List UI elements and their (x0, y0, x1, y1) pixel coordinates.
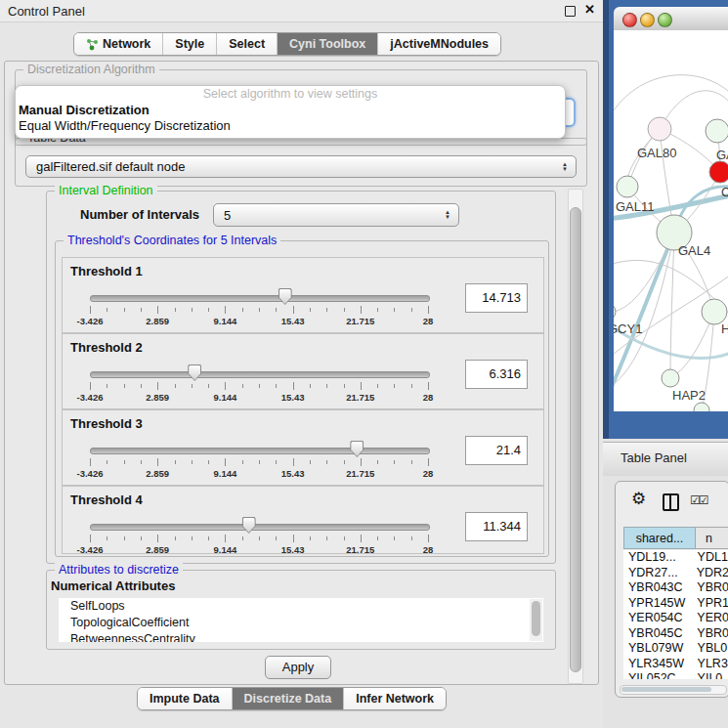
table-data-group: Table Data galFiltered.sif default node … (15, 138, 587, 187)
cell[interactable]: YBL079W (623, 641, 698, 657)
node-label-partial: GA (716, 148, 728, 162)
control-panel-titlebar: Control Panel ✕ (0, 0, 603, 22)
option-manual-discretization[interactable]: Manual Discretization (16, 103, 565, 118)
table-row[interactable]: YIL052CYIL0 (623, 671, 728, 679)
cell[interactable]: YDR2 (697, 566, 728, 581)
table-row[interactable]: YDL19...YDL1 (623, 550, 728, 566)
minimize-traffic-light[interactable] (640, 13, 655, 27)
select-columns-checkboxes-icon[interactable]: ☑☑ (690, 493, 707, 507)
attributes-list-scrollbar-thumb[interactable] (532, 601, 540, 636)
list-item[interactable]: TopologicalCoefficient (59, 615, 543, 631)
option-equal-width-frequency[interactable]: Equal Width/Frequency Discretization (16, 118, 565, 134)
table-row[interactable]: YBR043CYBR0 (623, 580, 728, 596)
network-edge[interactable] (670, 233, 674, 378)
table-data-combobox[interactable]: galFiltered.sif default node ▲▼ (25, 155, 577, 178)
table-row[interactable]: YER054CYER0 (623, 611, 728, 626)
cell[interactable]: YBR0 (697, 580, 728, 596)
cell[interactable]: YBL0 (698, 641, 728, 657)
table-row[interactable]: YBL079WYBL0 (623, 641, 728, 657)
list-item[interactable]: SelfLoops (59, 598, 543, 615)
number-of-intervals-combobox[interactable]: 5 ▲▼ (213, 203, 459, 227)
column-header-name[interactable]: n (696, 527, 728, 549)
tab-style[interactable]: Style (163, 33, 217, 55)
algorithm-dropdown-popup: Select algorithm to view settings Manual… (15, 85, 566, 139)
list-item[interactable]: BetweennessCentrality (59, 631, 543, 642)
number-of-intervals-value: 5 (224, 208, 231, 223)
attributes-list-scrollbar[interactable] (530, 599, 542, 641)
apply-button[interactable]: Apply (265, 656, 331, 679)
tab-impute-data[interactable]: Impute Data (138, 688, 233, 709)
zoom-traffic-light[interactable] (658, 13, 672, 27)
slider-thumb[interactable] (188, 364, 201, 381)
table-row[interactable]: YBR045CYBR0 (623, 626, 728, 642)
tab-infer-network[interactable]: Infer Network (344, 688, 446, 709)
cell[interactable]: YIL0 (698, 671, 728, 679)
cell[interactable]: YBR0 (697, 626, 728, 642)
gear-icon[interactable]: ⚙ (631, 489, 646, 509)
table-horizontal-scrollbar[interactable] (620, 685, 727, 695)
slider-ticks (90, 382, 428, 391)
network-window-titlebar[interactable] (614, 7, 728, 31)
cell[interactable]: YLR345W (623, 657, 698, 672)
cell[interactable]: YIL052C (623, 671, 698, 679)
threshold-2-value-field[interactable]: 6.316 (465, 360, 528, 389)
threshold-4-value-field[interactable]: 11.344 (465, 512, 528, 541)
network-node-gcy1[interactable] (614, 303, 616, 321)
table-row[interactable]: YDR27...YDR2 (623, 566, 728, 581)
table-row[interactable]: YLR345WYLR3 (623, 657, 728, 672)
cell[interactable]: YDR27... (623, 566, 697, 581)
close-traffic-light[interactable] (622, 13, 637, 27)
settings-vertical-scrollbar-thumb[interactable] (570, 207, 581, 672)
slider-tick-labels: -3.4262.8599.14415.4321.71528 (90, 316, 428, 326)
cell[interactable]: YPR1 (697, 596, 728, 612)
threshold-1-value-field[interactable]: 14.713 (465, 283, 528, 313)
slider-thumb[interactable] (242, 517, 256, 534)
cell[interactable]: YLR3 (698, 657, 728, 672)
numerical-attributes-list[interactable]: SelfLoops TopologicalCoefficient Between… (59, 598, 543, 642)
network-node-gal11[interactable] (617, 176, 638, 197)
network-node[interactable] (694, 403, 709, 411)
network-edge[interactable] (614, 75, 728, 110)
threshold-4-slider[interactable]: -3.4262.8599.14415.4321.71528 (90, 520, 428, 553)
slider-thumb[interactable] (350, 441, 364, 457)
column-header-shared[interactable]: shared... (623, 527, 696, 549)
float-window-icon[interactable] (565, 6, 576, 17)
table-row[interactable]: YPR145WYPR1 (623, 596, 728, 612)
algorithm-prompt-option[interactable]: Select algorithm to view settings (16, 86, 565, 103)
network-node-selected-red[interactable] (709, 161, 728, 183)
threshold-3-slider[interactable]: -3.4262.8599.14415.4321.71528 (90, 444, 428, 477)
cell[interactable]: YDL1 (698, 550, 728, 566)
threshold-1-slider[interactable]: -3.4262.8599.14415.4321.71528 (90, 291, 428, 324)
tab-jactivemnodules[interactable]: jActiveMNodules (378, 33, 500, 55)
cell[interactable]: YPR145W (623, 596, 697, 612)
slider-track[interactable] (90, 371, 430, 378)
slider-track[interactable] (90, 295, 430, 302)
threshold-3-value-field[interactable]: 21.4 (465, 436, 528, 465)
bottom-tab-strip: Impute Data Discretize Data Infer Networ… (137, 687, 447, 710)
network-window-frame (603, 0, 609, 439)
interval-definition-title: Interval Definition (55, 184, 157, 197)
threshold-4-panel: Threshold 4 -3.4262.8599.14415.4321.7152… (62, 486, 544, 554)
threshold-2-slider[interactable]: -3.4262.8599.14415.4321.71528 (90, 367, 428, 401)
network-node-hap2[interactable] (662, 369, 679, 387)
tab-discretize-data[interactable]: Discretize Data (233, 688, 345, 709)
tab-select[interactable]: Select (217, 33, 278, 55)
tab-network[interactable]: Network (74, 33, 163, 55)
table-panel-titlebar: Table Panel (603, 442, 728, 477)
columns-icon[interactable] (663, 493, 679, 511)
tab-cyni-toolbox[interactable]: Cyni Toolbox (278, 33, 378, 55)
close-icon[interactable]: ✕ (584, 2, 595, 17)
network-node[interactable] (706, 119, 728, 143)
settings-vertical-scrollbar[interactable] (568, 189, 583, 684)
slider-track[interactable] (90, 448, 430, 454)
cell[interactable]: YER054C (623, 611, 697, 626)
network-node-gal80[interactable] (648, 117, 671, 141)
cell[interactable]: YER0 (697, 611, 728, 626)
cell[interactable]: YBR043C (623, 580, 697, 596)
cell[interactable]: YDL19... (623, 550, 698, 566)
slider-thumb[interactable] (278, 288, 292, 305)
table-horizontal-scrollbar-thumb[interactable] (621, 687, 711, 692)
slider-track[interactable] (90, 524, 430, 531)
cell[interactable]: YBR045C (623, 626, 697, 642)
network-canvas[interactable]: GAL80 GA C GAL11 GAL4 GCY1 H HAP2 (614, 30, 728, 411)
